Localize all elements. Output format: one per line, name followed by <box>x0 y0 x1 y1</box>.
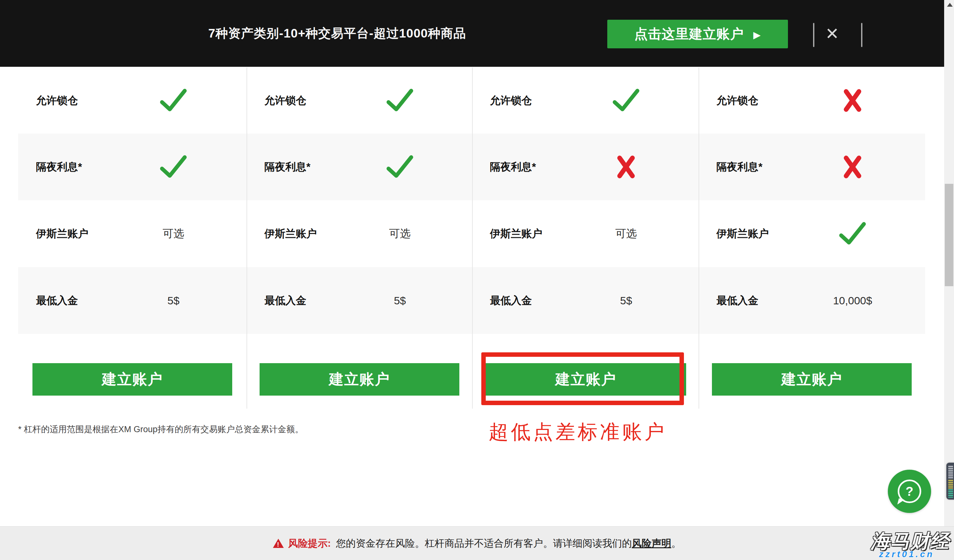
check-icon <box>611 88 641 113</box>
watermark-url: zzrt01.cn <box>879 549 934 559</box>
feature-label: 隔夜利息* <box>36 160 82 174</box>
table-cell: 最低入金5$ <box>472 267 698 334</box>
check-icon <box>385 88 415 113</box>
cross-icon <box>616 154 636 179</box>
table-cell: 允许锁仓 <box>472 67 698 134</box>
divider <box>813 23 814 47</box>
check-icon <box>158 88 188 113</box>
feature-label: 最低入金 <box>490 294 532 308</box>
feature-label: 允许锁仓 <box>36 93 78 108</box>
table-cell: 隔夜利息* <box>18 134 246 200</box>
scroll-marker-stripes <box>948 480 953 489</box>
check-icon <box>385 154 415 180</box>
feature-value: 5$ <box>167 294 179 307</box>
table-cell: 隔夜利息* <box>472 134 698 200</box>
scroll-marker-widget <box>946 463 954 499</box>
table-cell: 最低入金5$ <box>246 267 472 334</box>
create-account-button[interactable]: 建立账户 <box>260 363 459 395</box>
cross-icon <box>842 154 863 179</box>
feature-value: 可选 <box>615 226 637 241</box>
warning-triangle-icon <box>273 539 284 548</box>
check-icon <box>837 221 867 246</box>
table-cell: 允许锁仓 <box>698 67 925 134</box>
risk-suffix: 。 <box>671 537 681 550</box>
table-cell: 伊斯兰账户可选 <box>18 200 246 267</box>
feature-value: 可选 <box>389 226 411 241</box>
feature-value: 5$ <box>620 294 632 307</box>
create-account-button[interactable]: 建立账户 <box>712 363 912 395</box>
feature-label: 伊斯兰账户 <box>264 227 317 241</box>
close-icon[interactable]: ✕ <box>822 19 842 48</box>
feature-label: 最低入金 <box>716 294 758 308</box>
scroll-up-arrow-icon[interactable] <box>947 3 953 7</box>
question-chat-icon: ? <box>898 479 921 503</box>
risk-title: 风险提示: <box>288 537 331 550</box>
cross-icon <box>842 88 863 113</box>
feature-label: 允许锁仓 <box>716 93 758 108</box>
arrow-right-icon: ▶ <box>753 29 761 40</box>
scrollbar-thumb[interactable] <box>945 184 953 286</box>
feature-value: 5$ <box>394 294 406 307</box>
feature-label: 伊斯兰账户 <box>716 227 769 241</box>
table-cell: 隔夜利息* <box>698 134 925 200</box>
table-cell: 最低入金10,000$ <box>698 267 925 334</box>
risk-body-text: 您的资金存在风险。杠杆商品并不适合所有客户。请详细阅读我们的 <box>336 537 632 550</box>
table-cell: 允许锁仓 <box>246 67 472 134</box>
promo-banner: 7种资产类别-10+种交易平台-超过1000种商品 点击这里建立账户 ▶ ✕ <box>0 0 944 67</box>
divider <box>861 23 862 47</box>
feature-value: 可选 <box>162 226 184 241</box>
feature-label: 伊斯兰账户 <box>36 227 89 241</box>
annotation-highlight-box <box>481 352 684 405</box>
risk-statement-link[interactable]: 风险声明 <box>632 537 671 550</box>
risk-warning-bar: 风险提示: 您的资金存在风险。杠杆商品并不适合所有客户。请详细阅读我们的 风险声… <box>0 526 954 560</box>
feature-label: 隔夜利息* <box>490 160 536 174</box>
table-cell: 隔夜利息* <box>246 134 472 200</box>
banner-title: 7种资产类别-10+种交易平台-超过1000种商品 <box>178 0 496 67</box>
table-cell: 最低入金5$ <box>18 267 246 334</box>
feature-label: 允许锁仓 <box>264 93 306 108</box>
table-cell: 伊斯兰账户可选 <box>246 200 472 267</box>
table-cell: 伊斯兰账户可选 <box>472 200 698 267</box>
account-comparison-page: 7种资产类别-10+种交易平台-超过1000种商品 点击这里建立账户 ▶ ✕ 允… <box>0 0 954 560</box>
leverage-footnote: * 杠杆的适用范围是根据在XM Group持有的所有交易账户总资金累计金额。 <box>18 423 304 435</box>
annotation-label: 超低点差标准账户 <box>489 418 667 445</box>
table-cell: 允许锁仓 <box>18 67 246 134</box>
feature-label: 最低入金 <box>36 294 78 308</box>
feature-label: 伊斯兰账户 <box>490 227 542 241</box>
scroll-marker-stripes <box>948 489 953 498</box>
help-button[interactable]: ? <box>888 470 931 513</box>
create-account-button[interactable]: 建立账户 <box>33 363 232 395</box>
feature-label: 允许锁仓 <box>490 93 532 108</box>
banner-cta-label: 点击这里建立账户 <box>634 25 744 43</box>
scroll-marker-stripes <box>948 466 953 479</box>
feature-label: 隔夜利息* <box>716 160 762 174</box>
banner-cta-button[interactable]: 点击这里建立账户 ▶ <box>607 20 788 48</box>
feature-value: 10,000$ <box>833 294 872 307</box>
feature-label: 最低入金 <box>264 294 306 308</box>
feature-label: 隔夜利息* <box>264 160 310 174</box>
table-cell: 伊斯兰账户 <box>698 200 925 267</box>
check-icon <box>158 154 188 180</box>
